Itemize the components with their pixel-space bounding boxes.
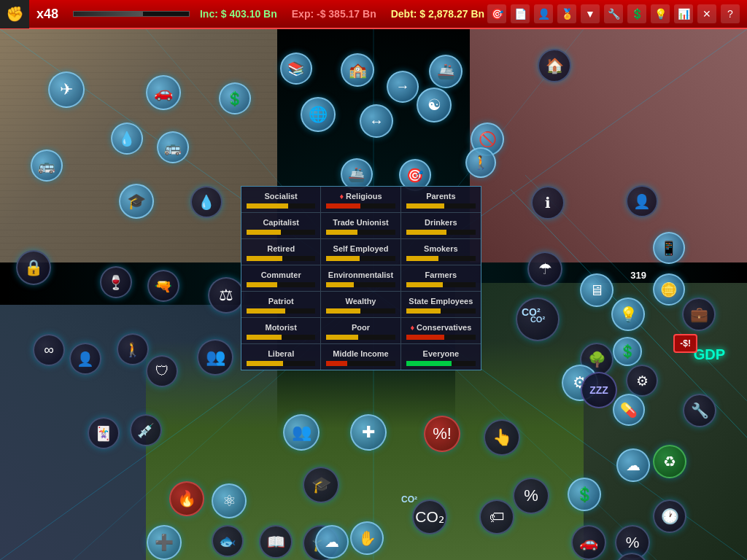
voter-cell-4-0[interactable]: Patriot bbox=[241, 292, 321, 317]
voter-bar-fill-5-1 bbox=[326, 335, 357, 340]
wrench-icon[interactable]: 🔧 bbox=[604, 4, 623, 23]
voter-bar-bg-2-1 bbox=[326, 256, 395, 261]
voter-bar-fill-6-2 bbox=[406, 361, 452, 366]
voter-cell-5-1[interactable]: Poor bbox=[321, 318, 400, 343]
close-icon[interactable]: ✕ bbox=[697, 4, 716, 23]
voter-cell-6-0[interactable]: Liberal bbox=[241, 344, 321, 370]
voter-name-self-employed: Self Employed bbox=[333, 244, 389, 253]
help-icon[interactable]: ? bbox=[721, 4, 740, 23]
background-bottommid bbox=[146, 341, 584, 560]
co2-label-1: CO² bbox=[522, 306, 541, 318]
voter-cell-2-0[interactable]: Retired bbox=[241, 239, 321, 265]
voter-bar-bg-0-0 bbox=[247, 203, 315, 209]
person-icon[interactable]: 👤 bbox=[534, 4, 553, 23]
voter-bar-fill-2-2 bbox=[406, 256, 439, 261]
voter-cell-1-2[interactable]: Drinkers bbox=[401, 213, 481, 238]
voter-cell-0-2[interactable]: Parents bbox=[401, 187, 481, 212]
voter-row-5: MotoristPoorConservatives bbox=[241, 318, 481, 344]
voter-bar-bg-2-0 bbox=[247, 256, 315, 261]
voter-cell-3-1[interactable]: Environmentalist bbox=[321, 265, 400, 291]
voter-bar-bg-0-2 bbox=[406, 203, 476, 209]
topbar: ✊ x48 Inc: $ 403.10 Bn Exp: -$ 385.17 Bn… bbox=[0, 0, 747, 29]
voter-bar-fill-6-1 bbox=[326, 361, 347, 366]
voter-cell-1-1[interactable]: Trade Unionist bbox=[321, 213, 400, 238]
voter-row-6: LiberalMiddle IncomeEveryone bbox=[241, 344, 481, 370]
voter-cell-0-0[interactable]: Socialist bbox=[241, 187, 321, 212]
voter-cell-5-0[interactable]: Motorist bbox=[241, 318, 321, 343]
voter-name-poor: Poor bbox=[352, 323, 370, 332]
voter-name-conservatives: Conservatives bbox=[410, 323, 471, 332]
voter-bar-fill-3-1 bbox=[326, 282, 354, 287]
voter-bar-fill-1-1 bbox=[326, 230, 357, 235]
background-topleft bbox=[0, 29, 277, 262]
filter-icon[interactable]: ▼ bbox=[581, 4, 600, 23]
voter-bar-bg-3-1 bbox=[326, 282, 395, 287]
voter-name-middle-income: Middle Income bbox=[333, 349, 388, 358]
zzz-bubble: ZZZ bbox=[581, 372, 617, 408]
voter-cell-1-0[interactable]: Capitalist bbox=[241, 213, 321, 238]
voter-cell-4-1[interactable]: Wealthy bbox=[321, 292, 400, 317]
voter-bar-bg-6-2 bbox=[406, 361, 476, 366]
voter-bar-bg-6-1 bbox=[326, 361, 395, 366]
topbar-logo: ✊ bbox=[0, 0, 29, 28]
voter-name-drinkers: Drinkers bbox=[425, 218, 457, 227]
voter-bar-fill-2-0 bbox=[247, 256, 282, 261]
voter-name-environmentalist: Environmentalist bbox=[328, 271, 393, 279]
medal-icon[interactable]: 🏅 bbox=[557, 4, 576, 23]
co2-label-2: CO² bbox=[401, 494, 417, 505]
voter-cell-5-2[interactable]: Conservatives bbox=[401, 318, 481, 343]
voter-bar-fill-6-0 bbox=[247, 361, 283, 366]
logo-icon: ✊ bbox=[6, 5, 24, 23]
voter-cell-6-2[interactable]: Everyone bbox=[401, 344, 481, 370]
voter-name-wealthy: Wealthy bbox=[346, 297, 376, 306]
voter-bar-fill-0-0 bbox=[247, 203, 288, 209]
voter-cell-4-2[interactable]: State Employees bbox=[401, 292, 481, 317]
voter-name-trade-unionist: Trade Unionist bbox=[333, 218, 388, 227]
voter-name-parents: Parents bbox=[426, 192, 455, 201]
voter-cell-6-1[interactable]: Middle Income bbox=[321, 344, 400, 370]
voter-bar-fill-2-1 bbox=[326, 256, 359, 261]
voter-bar-fill-0-1 bbox=[326, 203, 360, 209]
voter-bar-bg-4-0 bbox=[247, 308, 315, 314]
voter-cell-0-1[interactable]: Religious bbox=[321, 187, 400, 212]
bulb-icon[interactable]: 💡 bbox=[651, 4, 670, 23]
topbar-progress-bar bbox=[73, 11, 190, 17]
voter-bar-fill-4-2 bbox=[406, 308, 441, 314]
num-319: 319 bbox=[630, 270, 646, 281]
voter-row-3: CommuterEnvironmentalistFarmers bbox=[241, 265, 481, 292]
gdp-label: GDP bbox=[694, 346, 725, 363]
multiplier-label: x48 bbox=[29, 7, 66, 22]
document-icon[interactable]: 📄 bbox=[511, 4, 530, 23]
topbar-icon-group: 🎯 📄 👤 🏅 ▼ 🔧 💲 💡 📊 ✕ ? bbox=[487, 4, 747, 23]
voter-cell-2-1[interactable]: Self Employed bbox=[321, 239, 400, 265]
background-topright bbox=[470, 29, 747, 262]
voter-bar-fill-1-2 bbox=[406, 230, 446, 235]
voter-name-everyone: Everyone bbox=[423, 349, 460, 358]
chart-icon[interactable]: 📊 bbox=[674, 4, 693, 23]
target-icon[interactable]: 🎯 bbox=[487, 4, 506, 23]
voter-bar-fill-5-2 bbox=[406, 335, 444, 340]
voter-name-patriot: Patriot bbox=[268, 297, 294, 306]
voter-row-2: RetiredSelf EmployedSmokers bbox=[241, 239, 481, 265]
voter-bar-fill-0-2 bbox=[406, 203, 444, 209]
voter-cell-3-0[interactable]: Commuter bbox=[241, 265, 321, 291]
voter-panel: SocialistReligiousParentsCapitalistTrade… bbox=[241, 186, 481, 370]
voter-bar-fill-4-1 bbox=[326, 308, 360, 314]
voter-name-state-employees: State Employees bbox=[409, 297, 473, 306]
voter-row-0: SocialistReligiousParents bbox=[241, 187, 481, 213]
dollar-icon[interactable]: 💲 bbox=[627, 4, 646, 23]
voter-name-retired: Retired bbox=[267, 244, 295, 253]
topbar-stats: Inc: $ 403.10 Bn Exp: -$ 385.17 Bn Debt:… bbox=[197, 8, 487, 20]
voter-bar-bg-4-2 bbox=[406, 308, 476, 314]
expense-stat: Exp: -$ 385.17 Bn bbox=[292, 8, 376, 20]
voter-cell-2-2[interactable]: Smokers bbox=[401, 239, 481, 265]
income-stat: Inc: $ 403.10 Bn bbox=[200, 8, 277, 20]
voter-name-socialist: Socialist bbox=[265, 192, 298, 201]
voter-bar-fill-5-0 bbox=[247, 335, 282, 340]
voter-name-farmers: Farmers bbox=[425, 271, 457, 279]
voter-cell-3-2[interactable]: Farmers bbox=[401, 265, 481, 291]
voter-bar-bg-0-1 bbox=[326, 203, 395, 209]
voter-name-motorist: Motorist bbox=[265, 323, 296, 332]
voter-bar-bg-5-1 bbox=[326, 335, 395, 340]
neg-dollar-badge: -$! bbox=[673, 334, 697, 353]
